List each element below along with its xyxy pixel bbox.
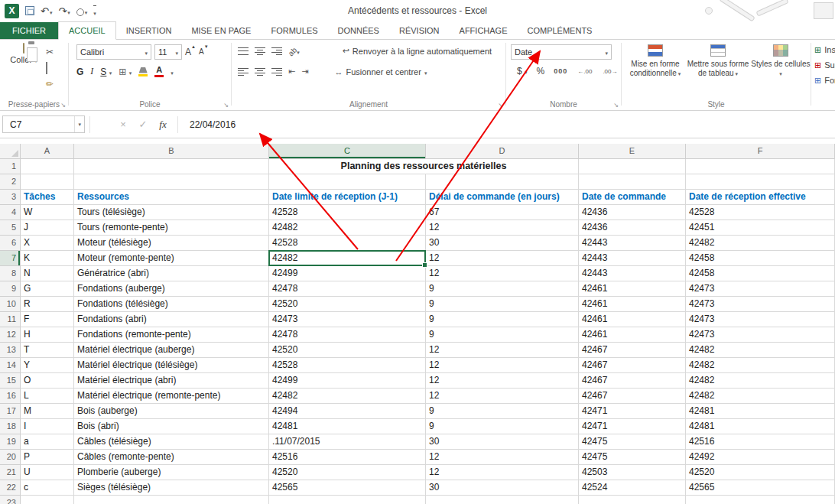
tab-révision[interactable]: RÉVISION [389,22,450,39]
cell-styles-button[interactable]: Styles de cellules [749,43,812,78]
font-size-combobox[interactable]: 11 [154,44,182,60]
merge-center-button[interactable]: ↔ Fusionner et centrer [334,67,427,76]
customize-qat-button[interactable] [93,5,96,17]
cell-A5[interactable]: J [21,220,74,236]
tab-formules[interactable]: FORMULES [261,22,327,39]
undo-button[interactable]: ↶ [41,6,52,16]
cell[interactable] [21,159,74,174]
cell-A8[interactable]: N [21,266,74,281]
cell-E11[interactable]: 42461 [579,312,686,327]
cell-E15[interactable]: 42467 [579,373,686,389]
cell-B6[interactable]: Moteur (télésiège) [74,236,269,251]
enter-entry-button[interactable]: ✓ [133,119,153,130]
row-header-19[interactable]: 19 [0,434,21,450]
chevron-down-icon[interactable] [424,67,427,76]
cell-C14[interactable]: 42528 [269,358,426,373]
tab-insertion[interactable]: INSERTION [116,22,182,39]
tab-fichier[interactable]: FICHIER [0,22,58,39]
cell-F3[interactable]: Date de réception effective [686,190,835,205]
conditional-formatting-button[interactable]: Mise en forme conditionnelle [624,43,687,78]
cell-E7[interactable]: 42443 [579,251,686,266]
chevron-down-icon[interactable] [171,67,174,77]
row-header-18[interactable]: 18 [0,419,21,434]
cell-A17[interactable]: M [21,404,74,419]
cell-B20[interactable]: Câbles (remonte-pente) [74,450,269,465]
shrink-font-button[interactable]: A▼ [199,47,209,56]
cell-A11[interactable]: F [21,312,74,327]
cell-E4[interactable]: 42436 [579,205,686,220]
increase-indent-icon[interactable]: ⇥ [301,67,308,76]
cell-E13[interactable]: 42467 [579,343,686,358]
excel-app-icon[interactable]: X [5,4,19,18]
cell[interactable] [579,159,686,174]
cell-C12[interactable]: 42478 [269,327,426,343]
cell-D13[interactable]: 12 [426,343,579,358]
cell-D11[interactable]: 9 [426,312,579,327]
touch-mode-button[interactable] [76,6,88,16]
cell-D8[interactable]: 12 [426,266,579,281]
cell-A16[interactable]: L [21,389,74,404]
cell-B5[interactable]: Tours (remonte-pente) [74,220,269,236]
percent-format-button[interactable]: % [537,66,545,76]
cell-D20[interactable]: 12 [426,450,579,465]
grow-font-button[interactable]: A▲ [185,47,196,57]
cell-B7[interactable]: Moteur (remonte-pente) [74,251,269,266]
cell-E21[interactable]: 42503 [579,465,686,480]
cell-D22[interactable]: 30 [426,480,579,496]
cell-A3[interactable]: Tâches [21,190,74,205]
chevron-down-icon[interactable] [67,6,70,16]
formula-input[interactable]: 22/04/2016 [183,119,835,130]
cell-A14[interactable]: Y [21,358,74,373]
cell-A22[interactable]: c [21,480,74,496]
chevron-down-icon[interactable] [141,47,148,57]
row-header-15[interactable]: 15 [0,373,21,389]
cell-E14[interactable]: 42467 [579,358,686,373]
cell-E2[interactable] [579,174,686,190]
cell-A18[interactable]: I [21,419,74,434]
align-right-icon[interactable] [271,68,282,76]
cell-F10[interactable]: 42473 [686,297,835,312]
cell-A21[interactable]: U [21,465,74,480]
align-middle-icon[interactable] [255,47,265,55]
chevron-down-icon[interactable] [109,67,112,77]
currency-format-button[interactable]: $ [517,66,528,76]
cell-B15[interactable]: Matériel électrique (abri) [74,373,269,389]
cell-B4[interactable]: Tours (télésiège) [74,205,269,220]
cell-C2[interactable] [269,174,426,190]
dialog-launcher-icon[interactable]: ↘ [498,102,503,109]
row-header-2[interactable]: 2 [0,174,21,190]
cell-D6[interactable]: 30 [426,236,579,251]
cell-B21[interactable]: Plomberie (auberge) [74,465,269,480]
cell-F23[interactable] [686,496,835,504]
fill-color-button[interactable] [138,67,148,76]
cell-D19[interactable]: 30 [426,434,579,450]
cell-A23[interactable] [21,496,74,504]
cell-D7[interactable]: 12 [426,251,579,266]
cell-A10[interactable]: R [21,297,74,312]
cell-A15[interactable]: O [21,373,74,389]
cell-F11[interactable]: 42473 [686,312,835,327]
cell-B9[interactable]: Fondations (auberge) [74,281,269,297]
cell-F20[interactable]: 42492 [686,450,835,465]
cell-B23[interactable] [74,496,269,504]
cell-C3[interactable]: Date limite de réception (J-1) [269,190,426,205]
chevron-down-icon[interactable] [601,47,608,57]
chevron-down-icon[interactable] [171,47,178,57]
cell-B10[interactable]: Fondations (télésiège) [74,297,269,312]
cell-F5[interactable]: 42451 [686,220,835,236]
align-center-icon[interactable] [255,68,265,76]
cell-F14[interactable]: 42482 [686,358,835,373]
cell-F19[interactable]: 42516 [686,434,835,450]
underline-button[interactable]: S [100,67,112,77]
row-header-14[interactable]: 14 [0,358,21,373]
cell-E16[interactable]: 42467 [579,389,686,404]
cell-E23[interactable] [579,496,686,504]
select-all-corner[interactable] [0,144,21,159]
thousands-separator-button[interactable]: 000 [554,67,567,75]
cell-E5[interactable]: 42436 [579,220,686,236]
decrease-decimal-button[interactable]: .00→ [602,67,618,76]
cell-D21[interactable]: 12 [426,465,579,480]
row-header-12[interactable]: 12 [0,327,21,343]
column-header-C[interactable]: C [269,144,426,159]
cell-C17[interactable]: 42494 [269,404,426,419]
